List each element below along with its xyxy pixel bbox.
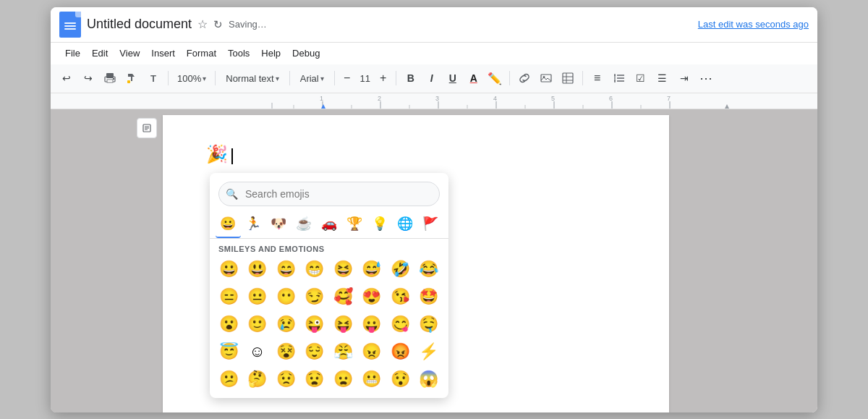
emoji-cell[interactable]: 😤 <box>330 339 356 365</box>
document-page[interactable]: 🎉 🔍 😀 🏃 🐶 ☕ 🚗 <box>163 115 669 412</box>
emoji-cell[interactable]: 😛 <box>359 311 385 337</box>
emoji-cell[interactable]: 😃 <box>244 256 271 282</box>
link-button[interactable] <box>514 68 535 88</box>
emoji-cat-people[interactable]: 🏃 <box>241 212 266 238</box>
table-button[interactable] <box>558 68 578 88</box>
content-area: 🎉 🔍 😀 🏃 🐶 ☕ 🚗 <box>51 109 817 412</box>
menu-insert[interactable]: Insert <box>145 45 181 62</box>
emoji-cell[interactable]: 😅 <box>359 256 385 282</box>
emoji-cell[interactable]: ☺️ <box>244 339 271 365</box>
saving-status: Saving… <box>229 19 267 30</box>
title-bar: Untitled document ☆ ↻ Saving… Last edit … <box>51 7 817 43</box>
align-button[interactable]: ≡ <box>587 68 608 88</box>
emoji-cell[interactable]: 😠 <box>359 339 385 365</box>
emoji-cat-travel[interactable]: 🚗 <box>317 212 342 238</box>
emoji-cell[interactable]: 😡 <box>387 339 413 365</box>
emoji-cell[interactable]: 😏 <box>302 284 328 310</box>
emoji-cell[interactable]: 🤤 <box>416 311 442 337</box>
last-edit-text[interactable]: Last edit was seconds ago <box>698 19 809 30</box>
menu-format[interactable]: Format <box>181 45 222 62</box>
emoji-cell[interactable]: 😆 <box>330 256 356 282</box>
separator-2 <box>215 71 216 85</box>
emoji-cell[interactable]: 😮 <box>216 311 242 337</box>
font-size-value[interactable]: 11 <box>357 73 374 84</box>
list-button[interactable]: ☰ <box>652 68 673 88</box>
redo-button[interactable]: ↪ <box>78 68 98 88</box>
undo-button[interactable]: ↩ <box>56 68 77 88</box>
zoom-selector[interactable]: 100% ▾ <box>173 72 210 85</box>
bold-button[interactable]: B <box>401 68 421 88</box>
style-value: Normal text <box>226 73 273 84</box>
emoji-cell[interactable]: 😯 <box>387 366 413 392</box>
svg-rect-2 <box>107 80 113 82</box>
emoji-cell[interactable]: 😱 <box>416 366 442 392</box>
page-nav-icon[interactable] <box>137 118 157 138</box>
emoji-cat-symbols[interactable]: 🌐 <box>392 212 417 238</box>
menu-view[interactable]: View <box>114 45 145 62</box>
emoji-search-input[interactable] <box>218 182 440 206</box>
doc-icon-line-3 <box>64 28 76 30</box>
emoji-cat-smileys[interactable]: 😀 <box>216 212 241 238</box>
emoji-cell[interactable]: 😋 <box>387 311 413 337</box>
font-size-decrease[interactable]: − <box>339 70 355 86</box>
menu-tools[interactable]: Tools <box>222 45 255 62</box>
style-selector[interactable]: Normal text ▾ <box>220 72 284 85</box>
more-button[interactable]: ⋯ <box>696 68 716 88</box>
emoji-cell[interactable]: 😵 <box>273 339 299 365</box>
spellcheck-button[interactable]: T <box>143 68 163 88</box>
emoji-cell[interactable]: 😟 <box>273 366 299 392</box>
emoji-cat-food[interactable]: ☕ <box>292 212 317 238</box>
svg-rect-7 <box>563 73 573 83</box>
emoji-cell[interactable]: 😇 <box>216 339 242 365</box>
line-spacing-button[interactable] <box>609 68 629 88</box>
emoji-cell[interactable]: 😂 <box>416 256 442 282</box>
text-color-button[interactable]: A <box>464 68 484 88</box>
emoji-cell[interactable]: 😝 <box>330 311 356 337</box>
emoji-cat-flags[interactable]: 🚩 <box>417 212 443 238</box>
svg-text:5: 5 <box>551 95 555 102</box>
separator-4 <box>334 71 335 85</box>
emoji-cell[interactable]: 😑 <box>216 284 242 310</box>
emoji-cell[interactable]: 😧 <box>302 366 328 392</box>
font-selector[interactable]: Arial ▾ <box>294 72 330 85</box>
italic-button[interactable]: I <box>422 68 442 88</box>
menu-debug[interactable]: Debug <box>286 45 326 62</box>
emoji-cat-activities[interactable]: 🏆 <box>341 212 367 238</box>
emoji-cell[interactable]: 😕 <box>216 366 242 392</box>
emoji-cat-animals[interactable]: 🐶 <box>266 212 292 238</box>
emoji-cell[interactable]: 🤔 <box>244 366 271 392</box>
emoji-cell[interactable]: 🤣 <box>387 256 413 282</box>
emoji-cell[interactable]: 😦 <box>330 366 356 392</box>
print-button[interactable] <box>100 68 120 88</box>
emoji-cat-objects[interactable]: 💡 <box>367 212 392 238</box>
svg-text:3: 3 <box>435 95 439 102</box>
emoji-cell[interactable]: 😌 <box>302 339 328 365</box>
menu-edit[interactable]: Edit <box>86 45 114 62</box>
emoji-cell[interactable]: 😄 <box>273 256 299 282</box>
checklist-button[interactable]: ☑ <box>631 68 651 88</box>
app-window: Untitled document ☆ ↻ Saving… Last edit … <box>51 7 817 412</box>
underline-button[interactable]: U <box>443 68 463 88</box>
menu-help[interactable]: Help <box>255 45 286 62</box>
emoji-cell[interactable]: 😬 <box>359 366 385 392</box>
emoji-cell[interactable]: 🙂 <box>244 311 271 337</box>
highlight-button[interactable]: ✏️ <box>485 68 505 88</box>
emoji-cell[interactable]: 🤩 <box>416 284 442 310</box>
emoji-cell[interactable]: ⚡ <box>416 339 442 365</box>
emoji-cell[interactable]: 😀 <box>216 256 242 282</box>
emoji-cell[interactable]: 🥰 <box>330 284 356 310</box>
emoji-cell[interactable]: 😍 <box>359 284 385 310</box>
emoji-list-area[interactable]: SMILEYS AND EMOTIONS 😀 😃 😄 😁 😆 😅 🤣 😂 😑 <box>210 239 448 398</box>
emoji-cell[interactable]: 😁 <box>302 256 328 282</box>
emoji-cell[interactable]: 😢 <box>273 311 299 337</box>
image-button[interactable] <box>536 68 556 88</box>
emoji-cell[interactable]: 😘 <box>387 284 413 310</box>
font-size-increase[interactable]: + <box>375 70 391 86</box>
star-icon[interactable]: ☆ <box>197 17 208 31</box>
emoji-cell[interactable]: 😐 <box>244 284 271 310</box>
emoji-cell[interactable]: 😶 <box>273 284 299 310</box>
emoji-cell[interactable]: 😜 <box>302 311 328 337</box>
indent-button[interactable]: ⇥ <box>674 68 694 88</box>
menu-file[interactable]: File <box>59 45 86 62</box>
paintformat-button[interactable] <box>122 68 142 88</box>
